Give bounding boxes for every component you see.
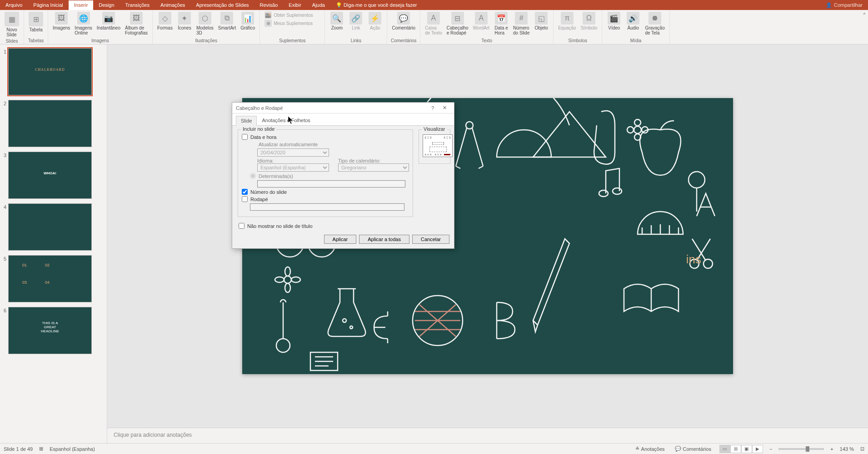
- thumbnail-4[interactable]: [8, 203, 92, 251]
- icons-button[interactable]: ✦Ícones: [175, 11, 194, 31]
- slide-number-checkbox[interactable]: [242, 189, 248, 195]
- collapse-ribbon-button[interactable]: ˄: [861, 10, 868, 44]
- tab-ajuda[interactable]: Ajuda: [307, 0, 330, 10]
- thumbnail-3[interactable]: WHOA!: [8, 152, 92, 199]
- normal-view-button[interactable]: ▭: [719, 445, 730, 453]
- wordart-button[interactable]: AWordArt: [471, 11, 492, 31]
- audio-icon: 🔊: [627, 12, 639, 25]
- zoom-slider[interactable]: [778, 448, 824, 450]
- textbox-button[interactable]: ACaixa de Texto: [423, 11, 444, 36]
- preview-rect: [423, 134, 453, 157]
- datetime-button[interactable]: 📅Data e Hora: [492, 11, 510, 36]
- date-time-checkbox[interactable]: [242, 134, 248, 140]
- fit-window-button[interactable]: ⊡: [860, 446, 864, 452]
- footer-text-input[interactable]: [250, 203, 404, 211]
- fixed-radio[interactable]: [250, 173, 256, 179]
- link-button[interactable]: 🔗Link: [347, 11, 365, 31]
- label: Meus Suplementos: [274, 21, 313, 26]
- reading-view-button[interactable]: ▣: [741, 445, 752, 453]
- notes-pane[interactable]: Clique para adicionar anotações: [107, 428, 868, 443]
- tab-animacoes[interactable]: Animações: [155, 0, 190, 10]
- label: Modelos 3D: [196, 25, 214, 35]
- zoom-button[interactable]: 🔍Zoom: [328, 11, 346, 31]
- smartart-button[interactable]: ⧉SmartArt: [216, 11, 238, 31]
- accessibility-icon[interactable]: ⊞: [39, 446, 43, 452]
- tab-design[interactable]: Design: [93, 0, 120, 10]
- new-slide-icon: ▦: [5, 12, 19, 26]
- slide-number-button[interactable]: #Número do Slide: [511, 11, 531, 36]
- dont-show-title-checkbox[interactable]: [239, 223, 244, 229]
- comments-button[interactable]: 💬 Comentários: [673, 445, 713, 453]
- language-select[interactable]: Espanhol (Espanha): [257, 163, 329, 172]
- svg-point-9: [634, 119, 641, 126]
- slideshow-view-button[interactable]: ▶: [752, 445, 763, 453]
- fixed-date-input[interactable]: [257, 180, 405, 188]
- dialog-help-button[interactable]: ?: [427, 105, 439, 111]
- header-footer-button[interactable]: ⊟Cabeçalho e Rodapé: [445, 11, 470, 36]
- thumb-row-2[interactable]: 2: [2, 100, 105, 147]
- apply-all-button[interactable]: Aplicar a todas: [359, 235, 409, 244]
- group-links: 🔍Zoom 🔗Link ⚡Ação Links: [325, 10, 387, 44]
- tab-revisao[interactable]: Revisão: [254, 0, 284, 10]
- dialog-tab-notes[interactable]: Anotações e Folhetos: [257, 115, 315, 125]
- thumb-row-1[interactable]: 1 CHALKBOARD: [2, 48, 105, 95]
- tab-transicoes[interactable]: Transições: [120, 0, 155, 10]
- date-format-select[interactable]: 20/04/2020: [257, 148, 329, 157]
- thumbnail-1[interactable]: CHALKBOARD: [8, 48, 92, 95]
- status-language[interactable]: Espanhol (Espanha): [50, 446, 95, 452]
- thumb-row-4[interactable]: 4: [2, 203, 105, 251]
- screen-record-button[interactable]: ⏺Gravação de Tela: [643, 11, 666, 36]
- zoom-value[interactable]: 143 %: [840, 446, 854, 452]
- tellme[interactable]: 💡 Diga-me o que você deseja fazer: [330, 0, 423, 10]
- zoom-handle[interactable]: [806, 446, 809, 452]
- screenshot-button[interactable]: 📷Instantâneo: [95, 11, 122, 31]
- footer-checkbox[interactable]: [242, 196, 248, 202]
- tab-exibir[interactable]: Exibir: [283, 0, 307, 10]
- my-addins-button[interactable]: ⊕Meus Suplementos: [263, 19, 322, 27]
- images-button[interactable]: 🖼Imagens: [51, 11, 72, 31]
- tab-pagina-inicial[interactable]: Página Inicial: [28, 0, 68, 10]
- chart-icon: 📊: [241, 12, 254, 25]
- label: WordArt: [473, 25, 490, 30]
- sorter-view-button[interactable]: ⊞: [730, 445, 741, 453]
- models3d-button[interactable]: ⬡Modelos 3D: [195, 11, 215, 36]
- audio-button[interactable]: 🔊Áudio: [624, 11, 642, 31]
- thumb-row-3[interactable]: 3 WHOA!: [2, 152, 105, 199]
- chart-button[interactable]: 📊Gráfico: [239, 11, 257, 31]
- calendar-type-select[interactable]: Gregoriano: [338, 163, 409, 172]
- thumbnail-2[interactable]: [8, 100, 92, 147]
- tab-apresentacao[interactable]: Apresentação de Slides: [190, 0, 254, 10]
- thumb-row-6[interactable]: 6 THIS IS A GREAT HEADLINE: [2, 307, 105, 354]
- apply-button[interactable]: Aplicar: [324, 235, 357, 244]
- group-imagens: 🖼Imagens 🌐Imagens Online 📷Instantâneo 🖼Á…: [48, 10, 153, 44]
- tab-inserir[interactable]: Inserir: [69, 0, 94, 10]
- online-images-button[interactable]: 🌐Imagens Online: [73, 11, 94, 36]
- dialog-tab-slide[interactable]: Slide: [236, 116, 257, 126]
- notes-button[interactable]: ≗ Anotações: [634, 445, 667, 453]
- symbol-button[interactable]: ΩSímbolo: [579, 11, 599, 31]
- slide-thumbnail-panel[interactable]: 1 CHALKBOARD 2 3 WHOA! 4 5 01 02 03 04 6…: [0, 44, 107, 443]
- thumbnail-5[interactable]: 01 02 03 04: [8, 255, 92, 302]
- share-button[interactable]: 👤 Compartilhar: [820, 0, 868, 10]
- get-addins-button[interactable]: 🏬Obter Suplementos: [263, 11, 322, 19]
- table-button[interactable]: ⊞Tabela: [27, 11, 45, 33]
- dialog-close-button[interactable]: ✕: [439, 105, 450, 111]
- dialog-titlebar[interactable]: Cabeçalho e Rodapé ? ✕: [232, 103, 454, 114]
- comment-button[interactable]: 💬Comentário: [390, 11, 417, 31]
- thumb-row-5[interactable]: 5 01 02 03 04: [2, 255, 105, 302]
- shapes-button[interactable]: ◇Formas: [155, 11, 175, 31]
- zoom-out-button[interactable]: −: [769, 446, 772, 452]
- label: Link: [352, 25, 360, 30]
- action-button[interactable]: ⚡Ação: [366, 11, 384, 31]
- photo-album-button[interactable]: 🖼Álbum de Fotografias: [123, 11, 150, 36]
- equation-button[interactable]: πEquação: [556, 11, 578, 31]
- zoom-in-button[interactable]: +: [830, 446, 833, 452]
- thumbnail-6[interactable]: THIS IS A GREAT HEADLINE: [8, 307, 92, 354]
- cancel-button[interactable]: Cancelar: [412, 235, 449, 244]
- tab-arquivo[interactable]: Arquivo: [0, 0, 28, 10]
- new-slide-button[interactable]: ▦Novo Slide: [3, 11, 21, 38]
- video-button[interactable]: 🎬Vídeo: [605, 11, 623, 31]
- object-button[interactable]: ◱Objeto: [532, 11, 550, 31]
- group-texto: ACaixa de Texto ⊟Cabeçalho e Rodapé AWor…: [420, 10, 554, 44]
- slide-canvas[interactable]: ins: [107, 44, 868, 428]
